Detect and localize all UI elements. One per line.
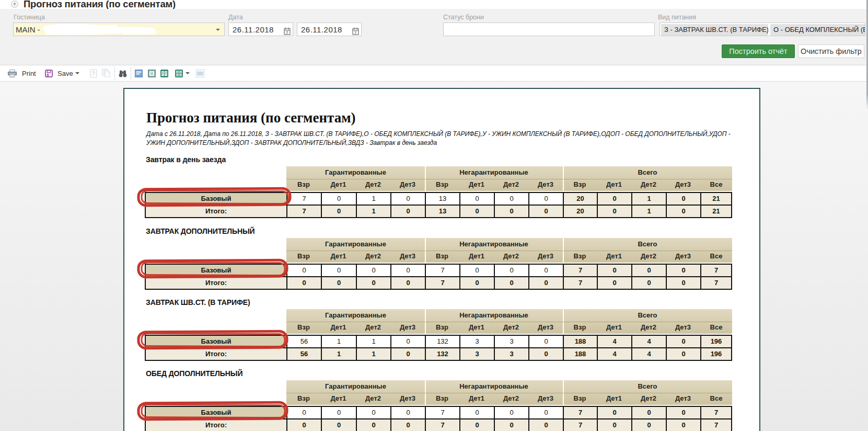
svg-text:7: 7 (286, 30, 288, 35)
svg-text:7: 7 (354, 30, 357, 35)
svg-text:?: ? (92, 71, 95, 76)
